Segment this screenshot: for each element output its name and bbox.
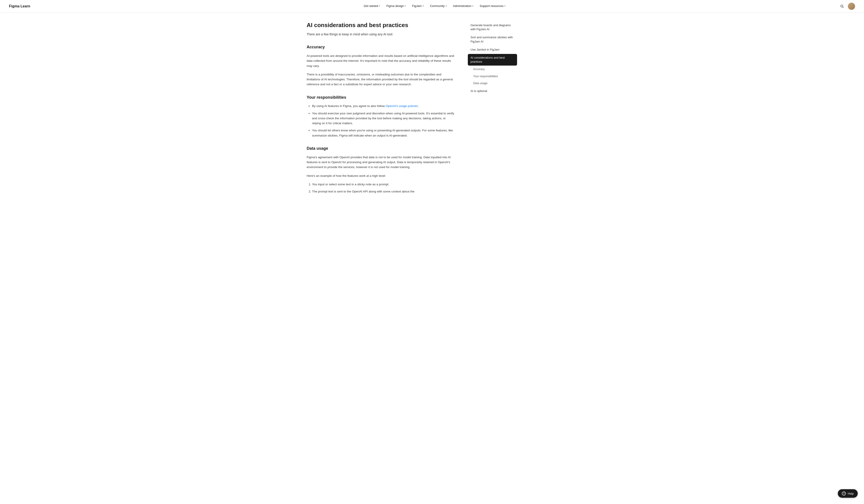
toc-item-jambot[interactable]: Use Jambot in FigJam: [468, 46, 517, 53]
bullet-text-before: By using AI features in Figma, you agree…: [312, 104, 386, 108]
chevron-down-icon: ▾: [423, 4, 424, 8]
accuracy-para-2: There is a possibility of inaccuracies, …: [307, 72, 454, 87]
page-title: AI considerations and best practices: [307, 22, 454, 29]
svg-line-1: [843, 7, 843, 8]
table-of-contents: Generate boards and diagrams with FigJam…: [468, 22, 517, 197]
list-item: You should let others know when you're u…: [312, 128, 454, 138]
site-logo[interactable]: Figma Learn: [9, 3, 30, 9]
data-usage-numbered-list: You input or select some text in a stick…: [307, 182, 454, 194]
toc-item-ai-optional[interactable]: AI is optional: [468, 87, 517, 95]
section-heading-accuracy: Accuracy: [307, 44, 454, 50]
data-usage-para-1: Figma's agreement with OpenAI provides t…: [307, 155, 454, 170]
toc-item-ai-considerations[interactable]: AI considerations and best practices: [468, 54, 517, 65]
nav-community[interactable]: Community ▾: [427, 2, 449, 10]
site-header: Figma Learn Get started ▾ Figma design ▾…: [0, 0, 864, 13]
header-actions: [839, 3, 855, 10]
search-icon: [840, 4, 844, 8]
list-item: By using AI features in Figma, you agree…: [312, 104, 454, 109]
page-layout: AI considerations and best practices The…: [298, 13, 566, 206]
list-item: You input or select some text in a stick…: [312, 182, 454, 187]
toc-sub-item-data-usage[interactable]: Data usage: [468, 80, 517, 87]
chevron-down-icon: ▾: [379, 4, 380, 8]
nav-figjam[interactable]: FigJam ▾: [409, 2, 427, 10]
main-nav: Get started ▾ Figma design ▾ FigJam ▾ Co…: [30, 2, 839, 10]
bullet-text-after: .: [418, 104, 419, 108]
page-subtitle: There are a few things to keep in mind w…: [307, 32, 454, 37]
section-heading-data-usage: Data usage: [307, 145, 454, 152]
search-button[interactable]: [839, 3, 845, 9]
list-item: You should exercise your own judgment an…: [312, 111, 454, 126]
nav-administration[interactable]: Administration ▾: [451, 2, 476, 10]
toc-sub-item-accuracy[interactable]: Accuracy: [468, 66, 517, 73]
nav-get-started[interactable]: Get started ▾: [361, 2, 383, 10]
list-item: The prompt text is sent to the OpenAI AP…: [312, 189, 454, 194]
user-avatar[interactable]: [848, 3, 855, 10]
accuracy-para-1: AI-powered tools are designed to provide…: [307, 53, 454, 69]
responsibilities-list: By using AI features in Figma, you agree…: [307, 104, 454, 138]
data-usage-para-2: Here's an example of how the features wo…: [307, 173, 454, 178]
chevron-down-icon: ▾: [504, 4, 505, 8]
nav-support-resources[interactable]: Support resources ▾: [477, 2, 508, 10]
toc-item-generate-boards[interactable]: Generate boards and diagrams with FigJam…: [468, 22, 517, 33]
section-heading-responsibilities: Your responsibilities: [307, 94, 454, 101]
chevron-down-icon: ▾: [472, 4, 473, 8]
toc-sub-item-responsibilities[interactable]: Your responsibilities: [468, 73, 517, 80]
avatar-image: [848, 3, 855, 10]
openai-policies-link[interactable]: OpenAI's usage policies: [386, 104, 418, 108]
chevron-down-icon: ▾: [446, 4, 447, 8]
toc-item-sort-stickies[interactable]: Sort and summarize stickies with FigJam …: [468, 34, 517, 45]
chevron-down-icon: ▾: [405, 4, 406, 8]
nav-figma-design[interactable]: Figma design ▾: [384, 2, 408, 10]
main-content: AI considerations and best practices The…: [307, 22, 454, 197]
